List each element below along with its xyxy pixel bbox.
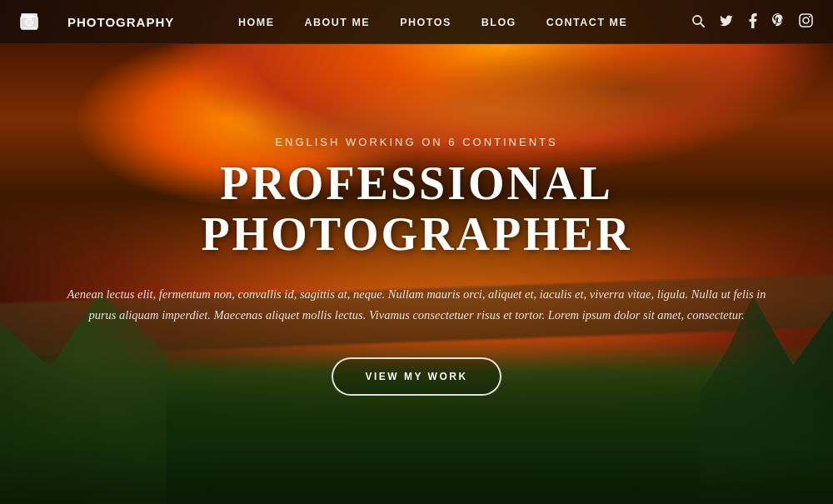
hero-title: PROFESSIONAL PHOTOGRAPHER bbox=[50, 158, 783, 261]
nav-link-about[interactable]: ABOUT ME bbox=[305, 17, 371, 28]
svg-point-7 bbox=[803, 17, 809, 23]
view-work-button[interactable]: VIEW MY WORK bbox=[332, 357, 501, 396]
svg-line-5 bbox=[701, 23, 704, 27]
nav-link-blog[interactable]: BLOG bbox=[481, 17, 516, 28]
nav-link-photos[interactable]: PHOTOS bbox=[400, 17, 451, 28]
logo-text: PHOTOGRAPHY bbox=[46, 15, 174, 29]
hero-subtitle: ENGLISH WORKING ON 6 CONTINENTS bbox=[275, 136, 557, 148]
hero-content: ENGLISH WORKING ON 6 CONTINENTS PROFESSI… bbox=[0, 27, 833, 504]
svg-rect-0 bbox=[21, 17, 37, 28]
svg-point-3 bbox=[27, 21, 31, 24]
nav-link-contact[interactable]: CONTACT ME bbox=[546, 17, 627, 28]
nav-link-home[interactable]: HOME bbox=[238, 17, 275, 28]
svg-rect-6 bbox=[800, 14, 812, 27]
hero-description: Aenean lectus elit, fermentum non, conva… bbox=[67, 284, 766, 327]
svg-point-1 bbox=[26, 19, 32, 26]
svg-point-8 bbox=[809, 16, 811, 17]
